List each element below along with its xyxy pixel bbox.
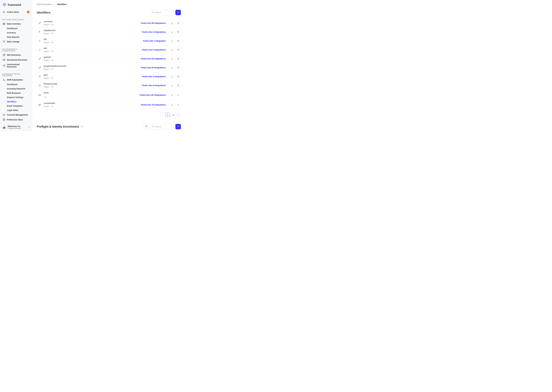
nav-dsr-legal-holds[interactable]: Legal Holds — [0, 108, 32, 112]
nav-dsr-incoming[interactable]: Incoming Requests — [0, 87, 32, 91]
brand[interactable]: Transcend — [0, 0, 32, 10]
filter-icon — [145, 125, 147, 128]
globe-icon — [3, 22, 6, 25]
main-content: DSR Automation Identifiers Identifiers — [32, 0, 185, 131]
feeds-into-link[interactable]: Feeds into 25 integrations — [141, 66, 166, 69]
identifier-row[interactable]: username Regex: ^.*$ Feeds into 28 integ… — [37, 19, 181, 28]
identifier-name: coreIdentifier — [44, 102, 138, 104]
identifiers-search-input[interactable] — [155, 11, 172, 14]
nav-action-items[interactable]: Action Items 1 — [0, 10, 32, 14]
nav-dsr-bulk[interactable]: Bulk Respond — [0, 91, 32, 95]
feeds-into-link[interactable]: Feeds into 2 integrations — [142, 31, 166, 33]
nav-dsr-email-templates[interactable]: Email Templates — [0, 104, 32, 108]
delete-button[interactable] — [177, 31, 180, 34]
nav-data-inventory-inventory[interactable]: Inventory — [0, 31, 32, 35]
brand-logo-icon — [3, 3, 6, 7]
feeds-into-link[interactable]: Feeds into 25 integrations — [141, 57, 166, 60]
add-preflight-button[interactable] — [175, 124, 181, 129]
nav-data-lineage[interactable]: Data Lineage — [0, 39, 32, 44]
divider — [175, 40, 175, 42]
delete-button[interactable] — [177, 57, 180, 60]
edit-button[interactable] — [171, 22, 174, 25]
android-icon — [38, 75, 41, 78]
svg-point-13 — [3, 128, 4, 129]
feeds-into-link[interactable]: Feeds into 75 integrations — [141, 104, 166, 106]
feeds-into-link[interactable]: Feeds into 28 integrations — [141, 22, 166, 24]
plus-icon — [177, 11, 179, 14]
action-items-badge: 1 — [27, 11, 29, 13]
page-2-button[interactable]: 2 — [171, 113, 175, 117]
preflight-title: Preflight & Identity Enrichment — [37, 125, 79, 128]
identifier-name: idfv — [44, 38, 141, 41]
delete-button[interactable] — [177, 75, 180, 78]
users-gear-icon — [3, 78, 6, 81]
org-logo-icon — [2, 126, 6, 129]
pencil-icon — [38, 57, 41, 60]
nav-dsr-dashboard[interactable]: Dashboard — [0, 82, 32, 87]
identifier-row[interactable]: coreIdentifier Regex: ^.*$ Feeds into 75… — [37, 100, 181, 109]
identifier-row[interactable]: idfv Regex: ^.*$ Feeds into 1 integratio… — [37, 36, 181, 45]
feeds-into-link[interactable]: Feeds into 3 integrations — [142, 75, 166, 78]
identifier-row[interactable]: idfa Regex: ^.*$ Feeds into 5 integratio… — [37, 45, 181, 54]
nav-data-inventory-dashboard[interactable]: Dashboard — [0, 26, 32, 31]
preflight-filter-button[interactable] — [144, 124, 149, 129]
nav-dsr-identifiers[interactable]: Identifiers — [0, 99, 32, 104]
identifier-name: talkableUUID — [44, 29, 140, 32]
divider — [175, 104, 175, 106]
sort-icon[interactable]: AZ — [80, 126, 83, 128]
edit-button[interactable] — [171, 48, 174, 51]
nav-silo-discovery[interactable]: Silo Discovery — [0, 53, 32, 57]
more-icon[interactable]: ••• — [44, 96, 47, 98]
identifiers-search[interactable] — [150, 10, 174, 15]
identifier-row[interactable]: filestackHandle Regex: ^.*$ Feeds into 3… — [37, 81, 181, 90]
edit-button[interactable] — [171, 40, 174, 42]
add-identifier-button[interactable] — [175, 10, 181, 15]
divider — [175, 22, 175, 24]
edit-button[interactable] — [171, 75, 174, 78]
delete-button[interactable] — [177, 66, 180, 69]
delete-button[interactable] — [177, 84, 180, 87]
identifier-row[interactable]: talkableUUID Regex: ^.*$ Feeds into 2 in… — [37, 28, 181, 36]
feeds-into-link[interactable]: Feeds into 145 integrations — [140, 94, 166, 96]
preflight-search[interactable] — [150, 124, 174, 129]
nav-data-inventory[interactable]: Data Inventory — [0, 21, 32, 26]
feeds-into-link[interactable]: Feeds into 5 integrations — [142, 49, 166, 51]
identifier-row[interactable]: gpadvid Regex: ^.*$ Feeds into 25 integr… — [37, 54, 181, 63]
divider — [175, 84, 175, 87]
page-1-button[interactable]: 1 — [166, 113, 170, 117]
nav-dsr-request-settings[interactable]: Request Settings — [0, 95, 32, 99]
identifier-row[interactable]: gaid Regex: ^.*$ Feeds into 3 integratio… — [37, 72, 181, 81]
nav-dsr-automation[interactable]: DSR Automation — [0, 77, 32, 82]
breadcrumb-parent[interactable]: DSR Automation — [37, 3, 52, 6]
edit-button[interactable] — [171, 66, 174, 69]
edit-button[interactable] — [171, 84, 174, 87]
lightning-icon — [3, 11, 6, 14]
pencil-icon — [38, 21, 41, 25]
feeds-into-link[interactable]: Feeds into 1 integration — [143, 40, 166, 42]
org-switcher[interactable]: Rideshare Co. Federico Brooks — [0, 124, 32, 131]
nav-data-inventory-reports[interactable]: Data Reports — [0, 35, 32, 39]
nav-data-lineage-label: Data Lineage — [7, 41, 19, 43]
svg-point-8 — [4, 80, 5, 81]
page-next-button[interactable] — [176, 113, 181, 117]
delete-button[interactable] — [177, 48, 180, 51]
delete-button[interactable] — [177, 40, 180, 42]
preflight-search-input[interactable] — [155, 126, 172, 128]
nav-unstructured-discovery[interactable]: Unstructured Discovery — [0, 62, 32, 69]
identifier-regex: Regex: ^.*$ — [44, 86, 140, 88]
section-heading-discovery: DATA DISCOVERY & CLASSIFICATION — [0, 47, 32, 53]
identifier-regex: Regex: ^.*$ — [44, 105, 138, 107]
feeds-into-link[interactable]: Feeds into 3 integrations — [142, 84, 166, 87]
edit-button[interactable] — [171, 94, 174, 97]
edit-button[interactable] — [171, 31, 174, 34]
page-prev-button[interactable] — [160, 113, 164, 117]
edit-button[interactable] — [171, 57, 174, 60]
delete-button[interactable] — [177, 22, 180, 25]
nav-structured-discovery[interactable]: Structured Discovery — [0, 57, 32, 62]
search-icon — [152, 126, 154, 128]
identifier-row[interactable]: googleAnalyticsInternalId Regex: ^.*$ Fe… — [37, 63, 181, 72]
edit-button[interactable] — [171, 103, 174, 106]
nav-consent-management[interactable]: Consent Management — [0, 112, 32, 117]
nav-preference-store[interactable]: Preference Store — [0, 117, 32, 122]
identifier-row[interactable]: email ••• Feeds into 145 integrations — [37, 90, 181, 100]
